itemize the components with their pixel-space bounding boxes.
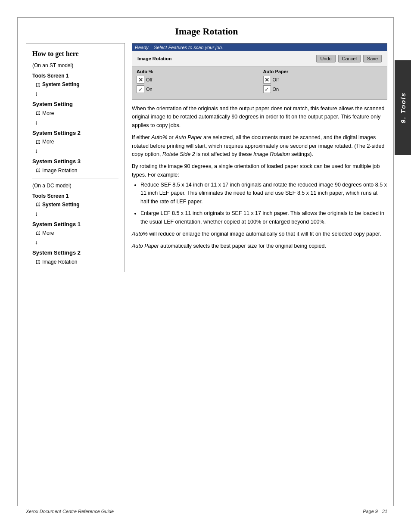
book-icon-1: 🕮 xyxy=(36,81,40,88)
auto-paper-on-option: ✓ On xyxy=(263,85,383,93)
ui-options-panel: Auto % ✕ Off ✓ On Auto Paper xyxy=(132,66,387,99)
ui-screenshot: Ready – Select Features to scan your job… xyxy=(132,43,387,100)
bullet-list: Reduce SEF 8.5 x 14 inch or 11 x 17 inch… xyxy=(140,181,387,226)
auto-paper-on-checkbox[interactable]: ✓ xyxy=(263,85,271,93)
st-model-label: (On an ST model) xyxy=(32,62,118,69)
book-icon-6: 🕮 xyxy=(36,230,40,237)
cancel-button[interactable]: Cancel xyxy=(338,55,361,62)
arrow-5: ↓ xyxy=(35,238,118,247)
auto-paper-off-label: Off xyxy=(273,77,279,82)
dc-system-settings-1-title: System Settings 1 xyxy=(32,220,118,229)
auto-percent-group: Auto % ✕ Off ✓ On xyxy=(137,69,256,95)
ui-titlebar: Ready – Select Features to scan your job… xyxy=(132,44,387,51)
dc-tools-screen: Tools Screen 1 xyxy=(32,192,118,200)
body-paragraph-1: When the orientation of the originals an… xyxy=(132,105,387,130)
dc-model-label: (On a DC model) xyxy=(32,182,118,190)
ui-feature-label: Image Rotation xyxy=(137,56,314,61)
auto-paper-on-label: On xyxy=(273,87,279,92)
auto-paper-off-checkbox[interactable]: ✕ xyxy=(263,76,271,84)
auto-percent-on-option: ✓ On xyxy=(137,85,256,93)
auto-paper-group: Auto Paper ✕ Off ✓ On xyxy=(263,69,383,95)
st-more-2: 🕮 More xyxy=(36,138,118,146)
book-icon-7: 🕮 xyxy=(36,258,40,265)
bullet-item-2: Enlarge LEF 8.5 x 11 inch originals to S… xyxy=(140,209,387,226)
ui-toolbar: Image Rotation Undo Cancel Save xyxy=(135,53,384,64)
nav-divider xyxy=(32,178,118,178)
arrow-4: ↓ xyxy=(35,209,118,218)
dc-image-rotation: 🕮 Image Rotation xyxy=(36,258,118,266)
auto-percent-on-checkbox[interactable]: ✓ xyxy=(137,85,144,93)
auto-percent-off-option: ✕ Off xyxy=(137,76,256,84)
dc-system-settings-2-title: System Settings 2 xyxy=(32,249,118,257)
save-button[interactable]: Save xyxy=(363,55,382,62)
final-paragraph-1: Auto% will reduce or enlarge the origina… xyxy=(132,230,387,238)
chapter-tab-label: 9. Tools xyxy=(399,92,407,123)
book-icon-4: 🕮 xyxy=(36,167,40,174)
book-icon-2: 🕮 xyxy=(36,109,40,117)
st-system-setting-1: 🕮 System Setting xyxy=(36,81,118,88)
dc-system-setting-1: 🕮 System Setting xyxy=(36,201,118,208)
st-image-rotation: 🕮 Image Rotation xyxy=(36,167,118,174)
page-title: Image Rotation xyxy=(26,26,387,37)
auto-percent-on-label: On xyxy=(146,87,153,92)
st-tools-screen: Tools Screen 1 xyxy=(32,72,118,80)
book-icon-5: 🕮 xyxy=(36,201,40,208)
auto-percent-off-checkbox[interactable]: ✕ xyxy=(137,76,144,84)
arrow-2: ↓ xyxy=(35,118,118,127)
dc-more-1: 🕮 More xyxy=(36,229,118,237)
book-icon-3: 🕮 xyxy=(36,138,40,146)
body-paragraph-2: If either Auto% or Auto Paper are select… xyxy=(132,134,387,159)
body-paragraph-3: By rotating the image 90 degrees, a sing… xyxy=(132,162,387,226)
footer-left: Xerox Document Centre Reference Guide xyxy=(26,509,114,514)
arrow-1: ↓ xyxy=(35,89,118,98)
auto-percent-off-label: Off xyxy=(146,77,152,82)
footer: Xerox Document Centre Reference Guide Pa… xyxy=(26,509,387,514)
final-paragraph-2: Auto Paper automatically selects the bes… xyxy=(132,242,387,250)
st-system-settings-3-title: System Settings 3 xyxy=(32,157,118,166)
chapter-tab: 9. Tools xyxy=(395,60,411,155)
auto-paper-label: Auto Paper xyxy=(263,69,383,74)
bullet-item-1: Reduce SEF 8.5 x 14 inch or 11 x 17 inch… xyxy=(140,181,387,206)
auto-paper-off-option: ✕ Off xyxy=(263,76,383,84)
footer-right: Page 9 - 31 xyxy=(363,509,387,514)
auto-percent-label: Auto % xyxy=(137,69,256,74)
undo-button[interactable]: Undo xyxy=(316,55,335,62)
st-system-setting-title: System Setting xyxy=(32,100,118,109)
content-area: Ready – Select Features to scan your job… xyxy=(132,43,387,272)
arrow-3: ↓ xyxy=(35,146,118,156)
st-more-1: 🕮 More xyxy=(36,109,118,117)
how-to-get-here-title: How to get here xyxy=(32,49,118,59)
st-system-settings-2-title: System Settings 2 xyxy=(32,129,118,137)
navigation-box: How to get here (On an ST model) Tools S… xyxy=(26,43,125,272)
